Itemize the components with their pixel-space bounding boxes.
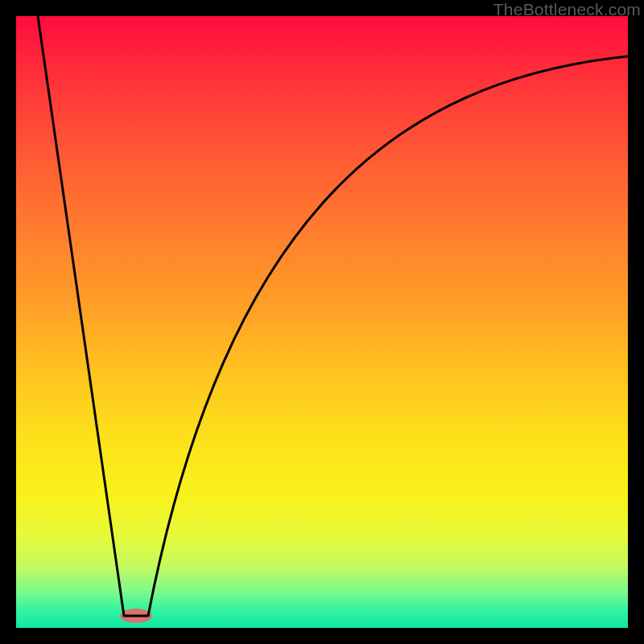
chart-background-gradient <box>16 16 628 628</box>
chart-frame <box>16 16 628 628</box>
